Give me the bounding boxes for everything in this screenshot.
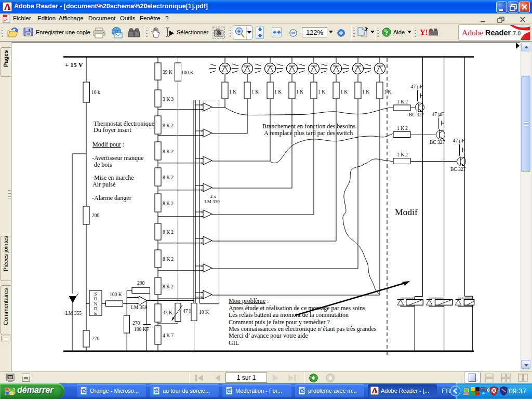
svg-text:270: 270 (92, 336, 100, 341)
svg-text:BC 327: BC 327 (409, 112, 424, 117)
svg-text:-Alarme danger: -Alarme danger (92, 194, 131, 202)
svg-text:BC 327: BC 327 (430, 140, 445, 145)
svg-text:200: 200 (92, 213, 100, 218)
svg-text:1 K: 1 K (340, 89, 348, 95)
svg-text:LM 358: LM 358 (131, 305, 147, 310)
svg-text:3 K 3: 3 K 3 (163, 97, 174, 102)
svg-text:1 K 2: 1 K 2 (397, 126, 408, 131)
svg-text:8 K 2: 8 K 2 (163, 284, 174, 289)
svg-text:Comment puis je faire pour y r: Comment puis je faire pour y remédier ? (229, 318, 330, 326)
svg-text:1 K 2: 1 K 2 (397, 152, 408, 157)
svg-text:100 K: 100 K (110, 292, 122, 297)
svg-text:1 K: 1 K (384, 89, 391, 95)
svg-text:33 K: 33 K (163, 310, 172, 315)
svg-text:1 K 2: 1 K 2 (397, 99, 408, 104)
svg-text:100 K: 100 K (181, 70, 194, 75)
svg-text:Merci d’ avance pour votre aid: Merci d’ avance pour votre aide (229, 332, 308, 339)
svg-text:1 K: 1 K (296, 89, 303, 95)
svg-text:LM 355: LM 355 (65, 311, 82, 316)
svg-text:4 K 7: 4 K 7 (163, 333, 174, 338)
svg-text:100 KF: 100 KF (134, 327, 149, 332)
svg-text:Apres étude et réalisation de: Apres étude et réalisation de ce montage… (229, 304, 365, 312)
svg-text:1 K: 1 K (229, 89, 236, 95)
svg-text:Mon problème :: Mon problème : (229, 297, 269, 304)
svg-text:1 K: 1 K (274, 89, 282, 95)
svg-text:de bois: de bois (94, 161, 112, 168)
svg-text:+ 15 V: + 15 V (65, 61, 83, 69)
svg-text:270: 270 (132, 321, 140, 326)
svg-text:Air pulsé: Air pulsé (92, 181, 115, 188)
svg-text:Les relais battent au moment: Les relais battent au moment de la commu… (229, 311, 349, 318)
svg-text:1 K: 1 K (251, 89, 259, 95)
svg-text:8 K 2: 8 K 2 (163, 201, 174, 206)
svg-text:10 K: 10 K (199, 310, 209, 315)
svg-text:8 K 2: 8 K 2 (163, 149, 174, 154)
svg-text:LM 339: LM 339 (204, 199, 220, 204)
svg-text:10 k: 10 k (91, 90, 100, 95)
svg-text:200: 200 (137, 281, 145, 286)
svg-text:8 K 2: 8 K 2 (163, 230, 174, 235)
svg-text:-Mise en marche: -Mise en marche (92, 174, 134, 181)
svg-text:47 µF: 47 µF (432, 112, 444, 117)
svg-text:BC 327: BC 327 (450, 167, 466, 172)
svg-text:8 K 2: 8 K 2 (163, 257, 174, 262)
svg-text:Modif pour :: Modif pour : (92, 141, 124, 148)
svg-text:47 µF: 47 µF (411, 84, 423, 89)
svg-text:E: E (94, 311, 97, 316)
svg-text:Du foyer insert: Du foyer insert (94, 126, 131, 134)
svg-text:GIL: GIL (229, 339, 239, 347)
svg-text:-Avertisseur manque: -Avertisseur manque (92, 154, 143, 162)
svg-text:Mes connaissances en électroni: Mes connaissances en électronique n’étan… (229, 325, 377, 332)
svg-text:47 µF: 47 µF (453, 138, 464, 143)
svg-text:1 K: 1 K (318, 89, 325, 95)
svg-text:39 K: 39 K (163, 70, 172, 75)
svg-text:8 K 2: 8 K 2 (163, 175, 174, 180)
svg-text:A remplacé plus tard par des s: A remplacé plus tard par des switch (264, 129, 353, 137)
svg-text:1 K: 1 K (362, 89, 369, 95)
svg-text:Modif: Modif (395, 207, 418, 217)
svg-text:8 K 2: 8 K 2 (163, 123, 174, 128)
svg-text:2 x: 2 x (210, 194, 216, 199)
